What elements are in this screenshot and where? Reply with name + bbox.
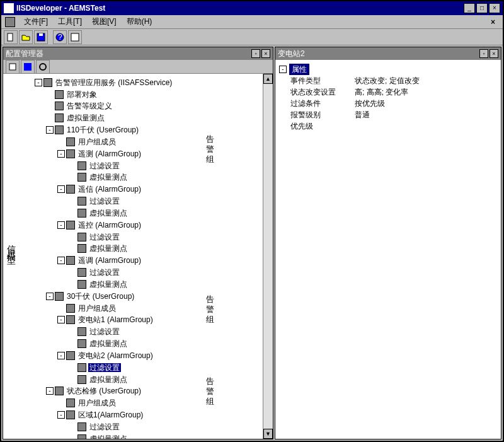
node-label[interactable]: 过滤设置 bbox=[88, 327, 121, 336]
tree-filter-6[interactable]: 过滤设置 bbox=[35, 421, 261, 433]
left-pin-button[interactable]: ▫ bbox=[251, 49, 260, 58]
expander-icon[interactable]: - bbox=[57, 221, 65, 229]
node-label[interactable]: 虚拟量测点 bbox=[88, 280, 129, 289]
tree-vpoint-7[interactable]: 虚拟量测点 bbox=[35, 373, 261, 385]
node-label[interactable]: 遥测 (AlarmGroup) bbox=[77, 149, 142, 158]
prop-row[interactable]: 优先级 bbox=[279, 120, 497, 132]
left-scrollbar[interactable]: ▲ ▼ bbox=[263, 74, 273, 439]
tree-vpoint[interactable]: 虚拟量测点 bbox=[35, 112, 261, 124]
tree-deploy[interactable]: 部署对象 bbox=[35, 88, 261, 100]
doc-close-button[interactable]: × bbox=[487, 16, 499, 28]
maximize-button[interactable]: □ bbox=[476, 3, 488, 13]
expander-icon[interactable]: - bbox=[57, 352, 65, 359]
tree-group-30[interactable]: -30千伏 (UserGroup) bbox=[35, 290, 261, 302]
prop-value[interactable]: 按优先级 bbox=[355, 98, 497, 109]
node-label[interactable]: 虚拟量测点 bbox=[88, 173, 129, 182]
prop-value[interactable]: 普通 bbox=[355, 109, 497, 120]
node-label[interactable]: 遥控 (AlarmGroup) bbox=[77, 221, 142, 230]
tree-vpoint-4[interactable]: 虚拟量测点 bbox=[35, 243, 261, 255]
node-label[interactable]: 过滤设置 bbox=[88, 268, 121, 277]
node-label[interactable]: 虚拟量测点 bbox=[88, 339, 129, 348]
tree-members-2[interactable]: 用户组成员 bbox=[35, 302, 261, 314]
expander-icon[interactable]: - bbox=[46, 293, 54, 300]
tree-vpoint-8[interactable]: 虚拟量测点 bbox=[35, 433, 261, 439]
prop-row[interactable]: 过滤条件按优先级 bbox=[279, 98, 497, 109]
prop-row[interactable]: 报警级别普通 bbox=[279, 109, 497, 120]
node-label-selected[interactable]: 过滤设置 bbox=[88, 363, 121, 372]
left-close-button[interactable]: × bbox=[261, 49, 270, 58]
tree-filter-4[interactable]: 过滤设置 bbox=[35, 266, 261, 278]
node-label[interactable]: 过滤设置 bbox=[88, 233, 121, 241]
tree-telemsg[interactable]: -遥信 (AlarmGroup) bbox=[35, 183, 261, 195]
prop-category[interactable]: - 属性 bbox=[279, 64, 497, 75]
tree-alarm-level[interactable]: 告警等级定义 bbox=[35, 100, 261, 112]
node-label[interactable]: 虚拟量测点 bbox=[66, 113, 106, 122]
tree-vpoint2[interactable]: 虚拟量测点 bbox=[35, 172, 261, 183]
toolbar-open-button[interactable] bbox=[19, 30, 33, 44]
expander-icon[interactable]: - bbox=[279, 66, 287, 73]
scroll-up-button[interactable]: ▲ bbox=[263, 74, 273, 84]
toolbar-about-button[interactable] bbox=[68, 30, 82, 44]
expander-icon[interactable]: - bbox=[57, 411, 65, 419]
tree-filter[interactable]: 过滤设置 bbox=[35, 160, 261, 172]
menu-file[interactable]: 文件[F] bbox=[19, 15, 53, 28]
tree-save-button[interactable] bbox=[21, 60, 35, 74]
tree-substation1[interactable]: -变电站1 (AlarmGroup) bbox=[35, 314, 261, 326]
node-label[interactable]: 虚拟量测点 bbox=[88, 375, 129, 384]
node-label[interactable]: 区域1(AlarmGroup) bbox=[77, 410, 144, 419]
node-label[interactable]: 遥信 (AlarmGroup) bbox=[77, 185, 142, 194]
node-label[interactable]: 虚拟量测点 bbox=[88, 209, 129, 218]
tree-zone1[interactable]: -区域1(AlarmGroup) bbox=[35, 409, 261, 421]
node-label[interactable]: 用户组成员 bbox=[77, 304, 117, 313]
right-pin-button[interactable]: ▫ bbox=[479, 49, 488, 58]
node-label[interactable]: 过滤设置 bbox=[88, 161, 121, 170]
tree-substation2[interactable]: -变电站2 (AlarmGroup) bbox=[35, 349, 261, 361]
tree-status-repair[interactable]: -状态检修 (UserGroup) bbox=[35, 385, 261, 397]
scroll-track[interactable] bbox=[263, 84, 273, 429]
prop-row[interactable]: 状态改变设置高; 高高; 变化率 bbox=[279, 86, 497, 98]
tree-telemetry[interactable]: -遥测 (AlarmGroup) bbox=[35, 148, 261, 160]
tree-filter-5[interactable]: 过滤设置 bbox=[35, 325, 261, 337]
tree-group-110[interactable]: -110千伏 (UserGroup) bbox=[35, 124, 261, 136]
node-label[interactable]: 变电站2 (AlarmGroup) bbox=[77, 351, 154, 360]
toolbar-save-button[interactable] bbox=[34, 30, 48, 44]
tree-members-3[interactable]: 用户组成员 bbox=[35, 397, 261, 409]
tree-filter-sel[interactable]: 过滤设置 bbox=[35, 361, 261, 373]
scroll-down-button[interactable]: ▼ bbox=[263, 429, 273, 439]
tree-filter-2[interactable]: 过滤设置 bbox=[35, 195, 261, 207]
tree-telecontrol[interactable]: -遥控 (AlarmGroup) bbox=[35, 219, 261, 231]
expander-icon[interactable]: - bbox=[46, 387, 54, 395]
expander-icon[interactable]: - bbox=[57, 316, 65, 323]
tree-root[interactable]: -告警管理应用服务 (IISAFSService) bbox=[35, 76, 261, 88]
tree-members[interactable]: 用户组成员 bbox=[35, 136, 261, 148]
toolbar-new-button[interactable] bbox=[4, 30, 18, 44]
node-label[interactable]: 用户组成员 bbox=[77, 398, 117, 407]
toolbar-help-button[interactable]: ? bbox=[53, 30, 67, 44]
expander-icon[interactable]: - bbox=[46, 126, 54, 134]
node-label[interactable]: 状态检修 (UserGroup) bbox=[66, 387, 142, 395]
expander-icon[interactable]: - bbox=[35, 79, 42, 86]
tree-filter-3[interactable]: 过滤设置 bbox=[35, 231, 261, 243]
node-label[interactable]: 变电站1 (AlarmGroup) bbox=[77, 315, 154, 324]
right-close-button[interactable]: × bbox=[490, 49, 498, 58]
node-label[interactable]: 过滤设置 bbox=[88, 422, 121, 431]
tree-vpoint-3[interactable]: 虚拟量测点 bbox=[35, 207, 261, 219]
menu-view[interactable]: 视图[V] bbox=[87, 15, 122, 28]
prop-value[interactable]: 状态改变; 定值改变 bbox=[355, 75, 497, 86]
expander-icon[interactable]: - bbox=[57, 257, 65, 264]
node-label[interactable]: 虚拟量测点 bbox=[88, 244, 129, 253]
prop-value[interactable] bbox=[355, 120, 497, 132]
tree-new-button[interactable] bbox=[6, 60, 20, 74]
minimize-button[interactable]: _ bbox=[464, 3, 475, 13]
node-label[interactable]: 部署对象 bbox=[66, 90, 98, 99]
node-label[interactable]: 虚拟量测点 bbox=[88, 434, 129, 439]
menu-help[interactable]: 帮助(H) bbox=[122, 15, 158, 28]
node-label[interactable]: 110千伏 (UserGroup) bbox=[66, 125, 140, 134]
prop-value[interactable]: 高; 高高; 变化率 bbox=[355, 86, 497, 98]
prop-row[interactable]: 事件类型状态改变; 定值改变 bbox=[279, 75, 497, 86]
menu-tools[interactable]: 工具[T] bbox=[53, 15, 87, 28]
tree-vpoint-5[interactable]: 虚拟量测点 bbox=[35, 278, 261, 290]
expander-icon[interactable]: - bbox=[57, 185, 65, 193]
tree-refresh-button[interactable] bbox=[36, 60, 50, 74]
tree-vpoint-6[interactable]: 虚拟量测点 bbox=[35, 337, 261, 349]
